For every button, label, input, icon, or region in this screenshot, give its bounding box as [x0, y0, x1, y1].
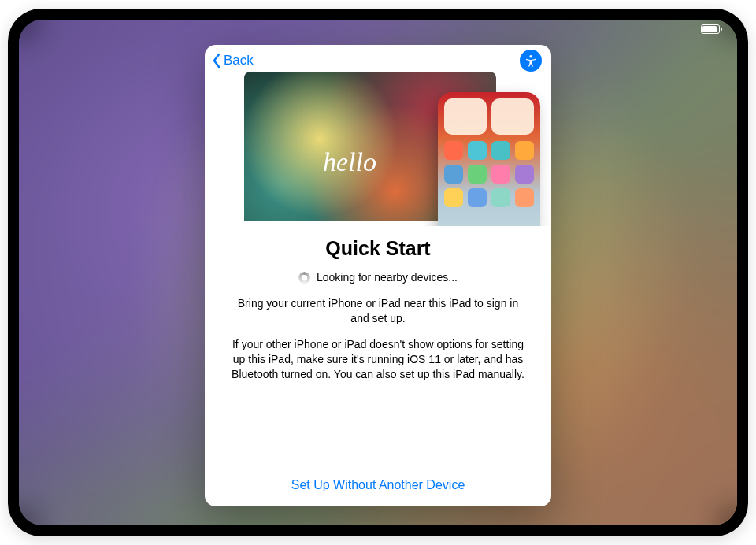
sheet-content: Quick Start Looking for nearby devices..… [205, 226, 551, 465]
accessibility-icon [524, 54, 538, 68]
app-icon [444, 188, 463, 207]
app-icon [491, 165, 510, 184]
app-icon [444, 141, 463, 160]
quick-start-sheet: Back hello [205, 45, 551, 506]
status-text: Looking for nearby devices... [317, 271, 458, 284]
back-button[interactable]: Back [211, 53, 254, 69]
description-1: Bring your current iPhone or iPad near t… [228, 296, 528, 326]
description-2: If your other iPhone or iPad doesn't sho… [228, 337, 528, 382]
hero-illustration: hello [244, 76, 543, 226]
back-label: Back [224, 53, 254, 69]
battery-icon [701, 24, 720, 34]
status-bar [701, 24, 720, 34]
ipad-screen: Back hello [19, 20, 737, 525]
app-icon [468, 141, 487, 160]
app-icon [491, 188, 510, 207]
spinner-icon [298, 272, 310, 284]
chevron-left-icon [211, 53, 222, 69]
app-icon [515, 141, 534, 160]
svg-point-0 [529, 55, 532, 57]
app-icon [468, 188, 487, 207]
accessibility-button[interactable] [520, 50, 542, 72]
setup-without-device-link[interactable]: Set Up Without Another Device [205, 465, 551, 506]
hero-greeting-text: hello [323, 147, 376, 177]
ipad-frame: Back hello [8, 9, 748, 536]
app-icon [515, 165, 534, 184]
widget-tile [444, 98, 487, 135]
page-title: Quick Start [222, 237, 534, 260]
status-row: Looking for nearby devices... [222, 271, 534, 284]
app-icon [444, 165, 463, 184]
app-icon [491, 141, 510, 160]
widget-tile [491, 98, 534, 135]
app-icon [515, 188, 534, 207]
app-icon [468, 165, 487, 184]
